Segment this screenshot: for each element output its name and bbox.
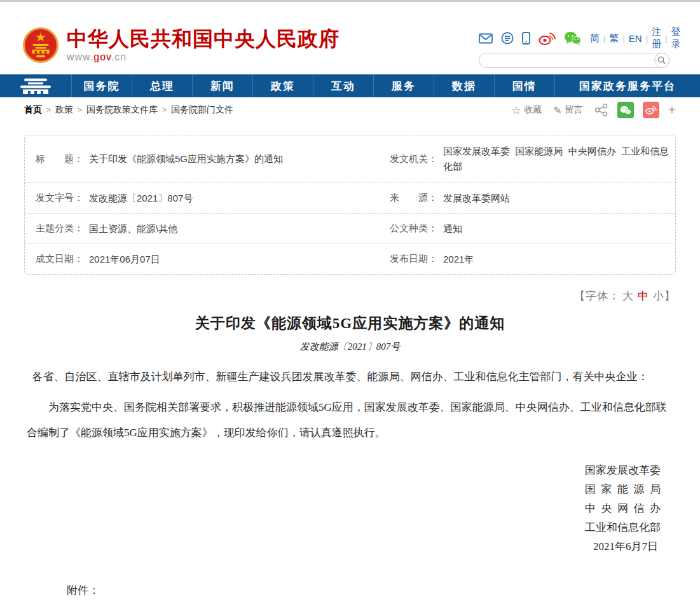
link-separator: | xyxy=(603,34,605,43)
lang-traditional-link[interactable]: 繁 xyxy=(609,32,619,45)
nav-item-premier[interactable]: 总理 xyxy=(132,74,192,97)
link-separator: | xyxy=(646,34,648,43)
signature-cyberspace-administration: 中央网信办 xyxy=(27,499,666,518)
meta-cell-category: 主题分类： 国土资源、能源\其他 xyxy=(25,214,379,244)
signature-date: 2021年6月7日 xyxy=(27,537,658,556)
meta-value: 2021年06月07日 xyxy=(89,252,160,267)
meta-row-title: 标 题： 关于印发《能源领域5G应用实施方案》的通知 发文机关： 国家发展改革委… xyxy=(25,135,675,182)
meta-cell-doc-type: 公文种类： 通知 xyxy=(379,214,675,244)
link-separator: | xyxy=(622,34,624,43)
header-right: 简|繁|EN|注册|登录 xyxy=(479,31,669,68)
font-size-small-button[interactable]: 小 xyxy=(653,290,664,302)
star-icon: ☆ xyxy=(512,104,521,116)
wechat-icon[interactable] xyxy=(564,31,581,45)
attachment-label: 附件： xyxy=(67,583,673,598)
nav-item-data[interactable]: 数据 xyxy=(434,74,494,97)
nav-label: 总理 xyxy=(150,79,174,93)
nav-item-services[interactable]: 服务 xyxy=(373,74,434,97)
meta-value: 发展改革委网站 xyxy=(443,191,510,206)
meta-label: 发文机关： xyxy=(390,153,443,165)
breadcrumb-home[interactable]: 首页 xyxy=(24,104,42,116)
meta-value: 发改能源〔2021〕807号 xyxy=(89,191,193,206)
meta-value: 国家发展改革委 国家能源局 中央网信办 工业和信息化部 xyxy=(443,144,672,174)
favorite-label: 收藏 xyxy=(524,104,542,116)
meta-label: 主题分类： xyxy=(36,223,89,235)
signature-miit: 工业和信息化部 xyxy=(27,518,661,537)
site-logo[interactable]: 中华人民共和国中央人民政府 www.gov.cn xyxy=(23,27,340,63)
document-body: 各省、自治区、直辖市及计划单列市、新疆生产建设兵团发展改革委、能源局、网信办、工… xyxy=(27,364,673,446)
account-links: 简|繁|EN|注册|登录 xyxy=(589,26,681,50)
breadcrumb-separator: > xyxy=(46,106,51,114)
signature-block: 国家发展改革委 国家能源局 中央网信办 工业和信息化部 2021年6月7日 xyxy=(27,461,661,556)
main-nav: 国务院 总理 新闻 政策 互动 服务 数据 国情 国家政务服务平台 xyxy=(0,74,700,97)
meta-cell-source: 来 源： 发展改革委网站 xyxy=(379,183,675,213)
font-widget-prefix: 【字体： xyxy=(574,290,620,302)
national-emblem-icon xyxy=(23,27,58,63)
meta-value: 关于印发《能源领域5G应用实施方案》的通知 xyxy=(89,151,283,167)
mobile-icon[interactable] xyxy=(522,32,530,45)
nav-label: 国务院 xyxy=(84,79,120,93)
meta-cell-written-date: 成文日期： 2021年06月07日 xyxy=(25,244,379,274)
nav-item-news[interactable]: 新闻 xyxy=(192,74,252,97)
meta-row-doc-number: 发文字号： 发改能源〔2021〕807号 来 源： 发展改革委网站 xyxy=(25,182,675,213)
wechat-icon xyxy=(620,106,631,115)
nav-label: 国家政务服务平台 xyxy=(579,79,676,93)
more-share-button[interactable]: + xyxy=(668,102,676,118)
nav-item-interaction[interactable]: 互动 xyxy=(313,74,373,97)
register-link[interactable]: 注册 xyxy=(652,26,661,50)
share-weibo-button[interactable] xyxy=(643,102,659,118)
login-link[interactable]: 登录 xyxy=(671,26,680,50)
breadcrumb-policy-library[interactable]: 国务院政策文件库 xyxy=(86,104,158,116)
search-input[interactable] xyxy=(479,53,669,68)
meta-cell-issuing-agency: 发文机关： 国家发展改革委 国家能源局 中央网信办 工业和信息化部 xyxy=(379,135,675,182)
nav-item-national-conditions[interactable]: 国情 xyxy=(494,74,554,97)
meta-value: 国土资源、能源\其他 xyxy=(89,221,177,237)
message-icon[interactable] xyxy=(501,32,514,45)
meta-label: 标 题： xyxy=(36,153,89,165)
meta-row-dates: 成文日期： 2021年06月07日 发布日期： 2021年 xyxy=(25,244,675,274)
site-url: www.gov.cn xyxy=(67,51,340,63)
breadcrumb-policy[interactable]: 政策 xyxy=(55,104,73,116)
page-actions: ☆收藏 ✎留言 + xyxy=(500,102,676,118)
nav-item-policy[interactable]: 政策 xyxy=(252,74,313,97)
comment-label: 留言 xyxy=(565,104,583,116)
pencil-icon: ✎ xyxy=(553,104,561,116)
header-quick-links: 简|繁|EN|注册|登录 xyxy=(479,31,669,46)
breadcrumb-bar: 首页 > 政策 > 国务院政策文件库 > 国务院部门文件 ☆收藏 ✎留言 + xyxy=(0,97,700,123)
share-icon xyxy=(594,104,608,116)
nav-home-button[interactable] xyxy=(0,74,71,97)
mail-icon[interactable] xyxy=(479,33,493,44)
nav-label: 互动 xyxy=(331,79,355,93)
meta-cell-title: 标 题： 关于印发《能源领域5G应用实施方案》的通知 xyxy=(25,135,379,182)
share-button[interactable] xyxy=(594,104,608,116)
meta-label: 成文日期： xyxy=(36,253,89,265)
paragraph-addressees: 各省、自治区、直辖市及计划单列市、新疆生产建设兵团发展改革委、能源局、网信办、工… xyxy=(27,364,673,390)
document-number: 发改能源〔2021〕807号 xyxy=(27,341,673,353)
site-ident: 中华人民共和国中央人民政府 www.gov.cn xyxy=(67,27,340,63)
nav-item-gov-service-platform[interactable]: 国家政务服务平台 xyxy=(554,74,700,97)
paragraph-main: 为落实党中央、国务院相关部署要求，积极推进能源领域5G应用，国家发展改革委、国家… xyxy=(27,395,673,446)
breadcrumb-department-docs[interactable]: 国务院部门文件 xyxy=(171,104,233,116)
weibo-icon[interactable] xyxy=(539,32,556,45)
site-title: 中华人民共和国中央人民政府 xyxy=(67,27,340,50)
font-size-medium-button[interactable]: 中 xyxy=(638,290,649,302)
meta-label: 来 源： xyxy=(390,192,443,204)
meta-label: 发布日期： xyxy=(390,253,443,265)
lang-simplified-link[interactable]: 简 xyxy=(590,32,600,45)
signature-ndrc: 国家发展改革委 xyxy=(27,461,661,480)
nav-label: 新闻 xyxy=(210,79,235,93)
nav-label: 国情 xyxy=(512,79,537,93)
lang-english-link[interactable]: EN xyxy=(629,33,642,44)
link-separator: | xyxy=(665,34,667,43)
font-size-large-button[interactable]: 大 xyxy=(622,290,634,302)
meta-cell-publish-date: 发布日期： 2021年 xyxy=(379,244,675,274)
meta-row-category: 主题分类： 国土资源、能源\其他 公文种类： 通知 xyxy=(25,213,675,244)
url-suffix: .cn xyxy=(111,51,127,62)
search-button[interactable] xyxy=(654,53,669,68)
nav-item-state-council[interactable]: 国务院 xyxy=(71,74,132,97)
url-mid: gov xyxy=(93,51,111,62)
favorite-button[interactable]: ☆收藏 xyxy=(512,104,542,116)
search-box xyxy=(479,53,669,68)
share-wechat-button[interactable] xyxy=(617,102,634,118)
comment-button[interactable]: ✎留言 xyxy=(553,104,582,116)
